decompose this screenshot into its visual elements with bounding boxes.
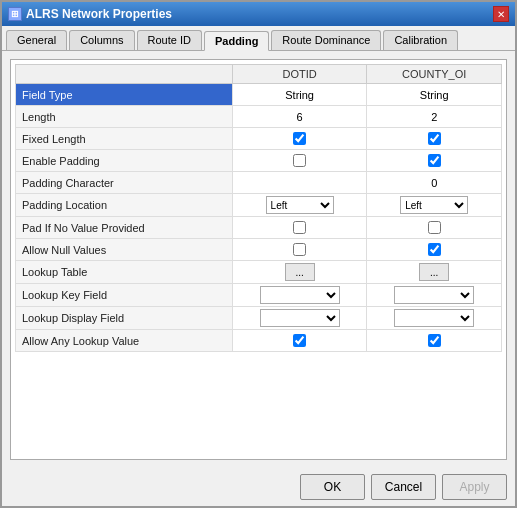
row-label-lookup-key[interactable]: Lookup Key Field [16,284,233,307]
table-row: Lookup Table ... ... [16,261,502,284]
tab-general[interactable]: General [6,30,67,50]
lookup-key-col2 [367,284,502,307]
lookup-key-col1 [232,284,367,307]
table-row: Allow Any Lookup Value [16,330,502,352]
cancel-button[interactable]: Cancel [371,474,436,500]
field-type-col2: String [367,84,502,106]
lookup-key-col2-select[interactable] [394,286,474,304]
lookup-table-col1-browse[interactable]: ... [285,263,315,281]
lookup-display-col1-select[interactable] [260,309,340,327]
fixed-length-col1 [232,128,367,150]
content-area: DOTID COUNTY_OI Field Type String String… [2,51,515,468]
table-row: Lookup Display Field [16,307,502,330]
padding-location-col1-select[interactable]: Left Right [266,196,334,214]
enable-padding-col2-checkbox[interactable] [428,154,441,167]
table-row: Padding Location Left Right [16,194,502,217]
properties-table: DOTID COUNTY_OI Field Type String String… [15,64,502,352]
padding-char-col1 [232,172,367,194]
title-bar-left: ⊞ ALRS Network Properties [8,7,172,21]
footer: OK Cancel Apply [2,468,515,506]
pad-no-value-col2 [367,217,502,239]
field-type-col1: String [232,84,367,106]
padding-location-col2: Left Right [367,194,502,217]
enable-padding-col1-checkbox[interactable] [293,154,306,167]
tab-route-dominance[interactable]: Route Dominance [271,30,381,50]
padding-char-col2: 0 [367,172,502,194]
tab-columns[interactable]: Columns [69,30,134,50]
pad-no-value-col1-checkbox[interactable] [293,221,306,234]
length-col1: 6 [232,106,367,128]
length-col2: 2 [367,106,502,128]
pad-no-value-col1 [232,217,367,239]
lookup-display-col2 [367,307,502,330]
row-label-padding-char[interactable]: Padding Character [16,172,233,194]
fixed-length-col2-checkbox[interactable] [428,132,441,145]
lookup-display-col2-select[interactable] [394,309,474,327]
pad-no-value-col2-checkbox[interactable] [428,221,441,234]
fixed-length-col2 [367,128,502,150]
main-window: ⊞ ALRS Network Properties ✕ General Colu… [0,0,517,508]
ok-button[interactable]: OK [300,474,365,500]
apply-button[interactable]: Apply [442,474,507,500]
inner-panel: DOTID COUNTY_OI Field Type String String… [10,59,507,460]
table-row: Length 6 2 [16,106,502,128]
allow-null-col1 [232,239,367,261]
allow-any-lookup-col2 [367,330,502,352]
row-label-allow-null[interactable]: Allow Null Values [16,239,233,261]
lookup-table-col2: ... [367,261,502,284]
lookup-table-col1: ... [232,261,367,284]
table-row: Field Type String String [16,84,502,106]
tabs-bar: General Columns Route ID Padding Route D… [2,26,515,51]
row-label-lookup-display[interactable]: Lookup Display Field [16,307,233,330]
padding-location-col1: Left Right [232,194,367,217]
allow-any-lookup-col1 [232,330,367,352]
tab-route-id[interactable]: Route ID [137,30,202,50]
table-row: Allow Null Values [16,239,502,261]
allow-null-col2 [367,239,502,261]
table-row: Fixed Length [16,128,502,150]
row-label-field-type[interactable]: Field Type [16,84,233,106]
enable-padding-col2 [367,150,502,172]
allow-any-lookup-col1-checkbox[interactable] [293,334,306,347]
row-label-pad-no-value[interactable]: Pad If No Value Provided [16,217,233,239]
table-row: Enable Padding [16,150,502,172]
row-label-length[interactable]: Length [16,106,233,128]
row-label-padding-location[interactable]: Padding Location [16,194,233,217]
lookup-table-col2-browse[interactable]: ... [419,263,449,281]
app-icon: ⊞ [8,7,22,21]
row-label-enable-padding[interactable]: Enable Padding [16,150,233,172]
enable-padding-col1 [232,150,367,172]
header-col2: COUNTY_OI [367,65,502,84]
lookup-display-col1 [232,307,367,330]
allow-null-col2-checkbox[interactable] [428,243,441,256]
allow-any-lookup-col2-checkbox[interactable] [428,334,441,347]
allow-null-col1-checkbox[interactable] [293,243,306,256]
title-bar: ⊞ ALRS Network Properties ✕ [2,2,515,26]
tab-padding[interactable]: Padding [204,31,269,51]
header-col1: DOTID [232,65,367,84]
table-row: Pad If No Value Provided [16,217,502,239]
header-label-col [16,65,233,84]
row-label-fixed-length[interactable]: Fixed Length [16,128,233,150]
row-label-allow-any-lookup[interactable]: Allow Any Lookup Value [16,330,233,352]
table-row: Padding Character 0 [16,172,502,194]
table-row: Lookup Key Field [16,284,502,307]
fixed-length-col1-checkbox[interactable] [293,132,306,145]
padding-location-col2-select[interactable]: Left Right [400,196,468,214]
close-button[interactable]: ✕ [493,6,509,22]
lookup-key-col1-select[interactable] [260,286,340,304]
window-title: ALRS Network Properties [26,7,172,21]
row-label-lookup-table[interactable]: Lookup Table [16,261,233,284]
tab-calibration[interactable]: Calibration [383,30,458,50]
